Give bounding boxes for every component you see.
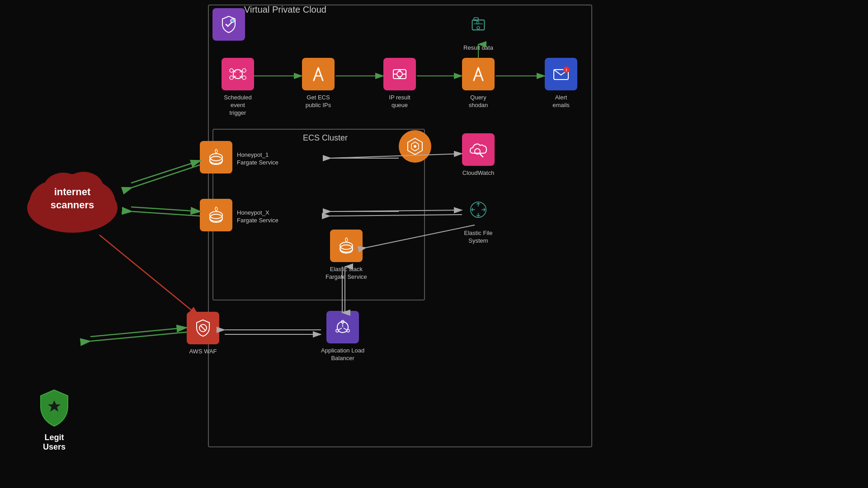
alert-emails-icon-box: ! Alertemails (545, 58, 577, 109)
legit-users: LegitUsers (36, 388, 72, 452)
app-lb-icon (326, 311, 359, 343)
svg-line-78 (99, 235, 199, 316)
app-lb-label: Application LoadBalancer (321, 347, 364, 362)
query-shodan-icon (462, 58, 495, 90)
elastic-stack-icon (330, 230, 363, 262)
cloudwatch-icon-box: CloudWatch (462, 133, 495, 177)
honeypot1-icon-box: Honeypot_1Fargate Service (200, 141, 326, 177)
aws-waf-icon-box: AWS WAF (187, 312, 219, 356)
get-ecs-icon (302, 58, 335, 90)
internet-scanners: internetscanners (18, 163, 127, 235)
svg-line-65 (132, 165, 200, 188)
elastic-fs-icon (462, 193, 495, 226)
svg-rect-19 (476, 22, 479, 24)
svg-point-26 (414, 145, 416, 148)
svg-line-47 (339, 328, 342, 330)
vpc-shield-icon (212, 8, 245, 41)
ecs-cluster-icon (399, 130, 431, 163)
elastic-stack-icon-box: Elastic stackFargate Service (326, 230, 367, 281)
svg-point-2 (230, 69, 233, 72)
get-ecs-label: Get ECSpublic IPs (306, 94, 331, 109)
honeypotx-icon-box: Honeypot_XFargate Service (200, 199, 326, 235)
scheduled-event-icon (222, 58, 254, 90)
svg-text:!: ! (566, 68, 567, 72)
ip-queue-icon (383, 58, 416, 90)
result-data-icon (462, 8, 495, 41)
svg-point-0 (231, 19, 234, 23)
scheduled-event-label: Scheduledeventtrigger (224, 94, 251, 117)
legit-users-label: LegitUsers (43, 433, 66, 452)
svg-point-12 (397, 71, 402, 77)
diagram-container: Virtual Private Cloud ECS Cluster (0, 0, 868, 488)
vpc-shield-icon-box (212, 8, 245, 44)
result-data-icon-box: Result data (462, 8, 495, 52)
svg-line-66 (131, 207, 201, 211)
ecs-cluster-icon-box (399, 130, 431, 166)
aws-waf-icon (187, 312, 219, 344)
honeypot1-icon (200, 141, 232, 174)
svg-point-5 (242, 76, 246, 80)
cloudwatch-label: CloudWatch (462, 169, 494, 177)
get-ecs-icon-box: Get ECSpublic IPs (302, 58, 335, 109)
svg-line-64 (131, 160, 201, 183)
query-shodan-icon-box: Queryshodan (462, 58, 495, 109)
svg-line-67 (132, 211, 200, 216)
internet-scanners-label: internetscanners (51, 186, 94, 211)
legit-users-shield-icon (36, 388, 72, 428)
ip-queue-icon-box: IP resultqueue (383, 58, 416, 109)
alert-emails-label: Alertemails (552, 94, 570, 109)
query-shodan-label: Queryshodan (469, 94, 488, 109)
elastic-fs-label: Elastic FileSystem (464, 230, 493, 245)
elastic-stack-label: Elastic stackFargate Service (326, 266, 367, 281)
result-data-label: Result data (463, 44, 493, 52)
ip-queue-label: IP resultqueue (389, 94, 410, 109)
svg-point-1 (233, 70, 242, 79)
alert-emails-icon: ! (545, 58, 577, 90)
honeypot1-label: Honeypot_1Fargate Service (237, 151, 278, 167)
app-lb-icon-box: Application LoadBalancer (321, 311, 364, 362)
svg-line-79 (90, 332, 187, 341)
elastic-fs-icon-box: Elastic FileSystem (462, 193, 495, 245)
cloudwatch-icon (462, 133, 495, 166)
svg-line-48 (344, 328, 347, 330)
svg-point-18 (477, 26, 480, 29)
svg-line-41 (200, 325, 206, 331)
svg-line-34 (480, 154, 483, 157)
svg-line-80 (90, 328, 187, 337)
aws-waf-label: AWS WAF (189, 348, 217, 356)
honeypotx-icon (200, 199, 232, 231)
honeypotx-label: Honeypot_XFargate Service (237, 209, 278, 225)
svg-point-3 (230, 76, 233, 80)
scheduled-event-icon-box: Scheduledeventtrigger (222, 58, 254, 117)
svg-point-4 (242, 69, 246, 72)
vpc-label: Virtual Private Cloud (244, 5, 326, 15)
